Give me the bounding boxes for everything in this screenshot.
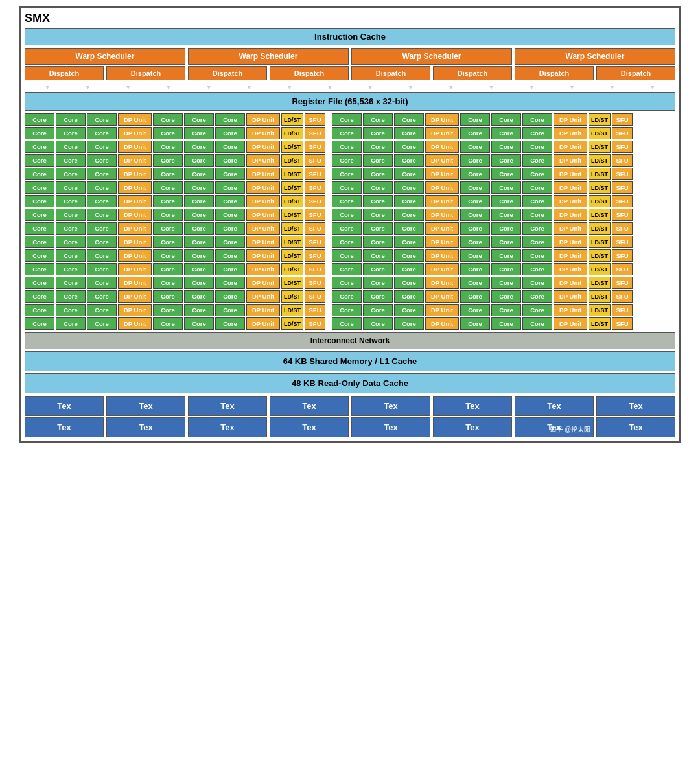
- ldst-r11-h1: LD/ST: [281, 249, 303, 262]
- core-row-16: CoreCoreCoreDP UnitCoreCoreCoreDP UnitLD…: [25, 317, 675, 330]
- core-r11-h1-c1: Core: [25, 249, 54, 262]
- shared-memory: 64 KB Shared Memory / L1 Cache: [25, 351, 675, 371]
- ldst-r7-h1: LD/ST: [281, 195, 303, 207]
- dp-r14-h1-2: DP Unit: [246, 290, 280, 303]
- warp-scheduler-row: Warp Scheduler Warp Scheduler Warp Sched…: [25, 48, 675, 65]
- dp-r13-h1-1: DP Unit: [118, 277, 152, 289]
- core-r6-h1-c6: Core: [215, 181, 245, 194]
- core-r1-h2-c5: Core: [491, 113, 521, 126]
- dp-r12-h2-2: DP Unit: [554, 263, 587, 275]
- core-r6-h2-c5: Core: [491, 181, 521, 194]
- core-r7-h2-c1: Core: [332, 195, 362, 207]
- core-r9-h1-c6: Core: [215, 222, 245, 235]
- core-r10-h1-c6: Core: [215, 236, 245, 248]
- dp-r1-h1-1: DP Unit: [118, 113, 152, 126]
- core-r9-h1-c5: Core: [184, 222, 214, 235]
- core-r10-h2-c2: Core: [363, 236, 393, 248]
- dp-r9-h1-2: DP Unit: [246, 222, 280, 235]
- core-r10-h2-c1: Core: [332, 236, 362, 248]
- ldst-r9-h2: LD/ST: [589, 222, 611, 235]
- core-r9-h1-c2: Core: [56, 222, 86, 235]
- core-r4-h1-c2: Core: [56, 154, 86, 167]
- core-r6-h1-c2: Core: [56, 181, 86, 194]
- core-r7-h1-c2: Core: [56, 195, 86, 207]
- core-r1-h1-c2: Core: [56, 113, 86, 126]
- core-r4-h2-c4: Core: [460, 154, 490, 167]
- core-r15-h1-c4: Core: [153, 304, 183, 316]
- arrow-6: ▼: [246, 84, 252, 91]
- core-r3-h1-c5: Core: [184, 141, 214, 153]
- core-r4-h1-c4: Core: [153, 154, 183, 167]
- core-r9-h1-c1: Core: [25, 222, 54, 235]
- core-r3-h2-c2: Core: [363, 141, 393, 153]
- sfu-r6-h2: SFU: [612, 181, 633, 194]
- dp-r5-h2-1: DP Unit: [425, 168, 459, 180]
- core-r15-h1-c1: Core: [25, 304, 54, 316]
- core-r6-h1-c3: Core: [87, 181, 117, 194]
- core-r5-h1-c3: Core: [87, 168, 117, 180]
- dp-r1-h2-2: DP Unit: [554, 113, 587, 126]
- warp-scheduler-1: Warp Scheduler: [25, 48, 185, 65]
- core-r11-h2-c6: Core: [522, 249, 552, 262]
- core-r5-h2-c4: Core: [460, 168, 490, 180]
- core-r13-h1-c2: Core: [56, 277, 86, 289]
- core-r12-h2-c1: Core: [332, 263, 362, 275]
- core-r3-h1-c6: Core: [215, 141, 245, 153]
- tex-2-8: Tex: [596, 417, 675, 437]
- core-r8-h2-c5: Core: [491, 209, 521, 221]
- arrows-row: ▼ ▼ ▼ ▼ ▼ ▼ ▼ ▼ ▼ ▼ ▼ ▼ ▼ ▼ ▼ ▼: [25, 83, 675, 92]
- core-r11-h1-c3: Core: [87, 249, 117, 262]
- core-r1-h1-c3: Core: [87, 113, 117, 126]
- sfu-r4-h2: SFU: [612, 154, 633, 167]
- core-r15-h2-c3: Core: [394, 304, 424, 316]
- core-r5-h2-c1: Core: [332, 168, 362, 180]
- arrow-9: ▼: [367, 84, 373, 91]
- core-r3-h2-c1: Core: [332, 141, 362, 153]
- core-r14-h2-c5: Core: [491, 290, 521, 303]
- ldst-r12-h1: LD/ST: [281, 263, 303, 275]
- core-r16-h2-c6: Core: [522, 317, 552, 330]
- ldst-r14-h2: LD/ST: [589, 290, 611, 303]
- arrow-11: ▼: [448, 84, 454, 91]
- ldst-r1-h1: LD/ST: [281, 113, 303, 126]
- tex-1-8: Tex: [596, 396, 675, 416]
- core-r7-h2-c4: Core: [460, 195, 490, 207]
- core-r13-h1-c6: Core: [215, 277, 245, 289]
- dp-r9-h2-2: DP Unit: [554, 222, 587, 235]
- ldst-r4-h1: LD/ST: [281, 154, 303, 167]
- sfu-r7-h1: SFU: [305, 195, 325, 207]
- core-r2-h2-c3: Core: [394, 127, 424, 139]
- core-r11-h2-c2: Core: [363, 249, 393, 262]
- core-row-6: CoreCoreCoreDP UnitCoreCoreCoreDP UnitLD…: [25, 181, 675, 194]
- core-r5-h2-c3: Core: [394, 168, 424, 180]
- tex-rows: Tex Tex Tex Tex Tex Tex Tex Tex Tex Tex …: [25, 396, 675, 437]
- core-r12-h1-c4: Core: [153, 263, 183, 275]
- core-r11-h2-c3: Core: [394, 249, 424, 262]
- core-r13-h2-c4: Core: [460, 277, 490, 289]
- sfu-r2-h2: SFU: [612, 127, 633, 139]
- core-r11-h2-c1: Core: [332, 249, 362, 262]
- core-r15-h1-c2: Core: [56, 304, 86, 316]
- core-r16-h2-c1: Core: [332, 317, 362, 330]
- core-r2-h1-c4: Core: [153, 127, 183, 139]
- core-r14-h1-c2: Core: [56, 290, 86, 303]
- dispatch-1: Dispatch: [25, 66, 104, 80]
- dp-r2-h2-1: DP Unit: [425, 127, 459, 139]
- dp-r6-h1-2: DP Unit: [246, 181, 280, 194]
- tex-1-2: Tex: [106, 396, 185, 416]
- core-r14-h1-c1: Core: [25, 290, 54, 303]
- dp-r14-h2-2: DP Unit: [554, 290, 587, 303]
- sfu-r1-h1: SFU: [305, 113, 325, 126]
- dp-r4-h1-2: DP Unit: [246, 154, 280, 167]
- core-r16-h1-c6: Core: [215, 317, 245, 330]
- arrow-12: ▼: [488, 84, 495, 91]
- core-r12-h1-c2: Core: [56, 263, 86, 275]
- sfu-r1-h2: SFU: [612, 113, 633, 126]
- arrow-7: ▼: [286, 84, 293, 91]
- core-r10-h1-c3: Core: [87, 236, 117, 248]
- dp-r9-h2-1: DP Unit: [425, 222, 459, 235]
- core-r14-h2-c1: Core: [332, 290, 362, 303]
- dp-r15-h1-1: DP Unit: [118, 304, 152, 316]
- core-r14-h1-c6: Core: [215, 290, 245, 303]
- core-r13-h2-c2: Core: [363, 277, 393, 289]
